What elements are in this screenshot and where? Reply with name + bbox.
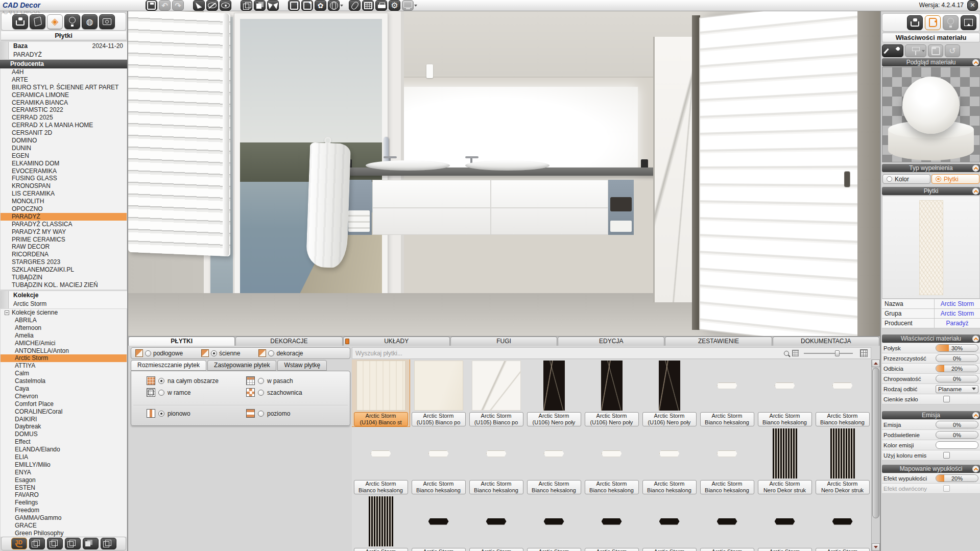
attachments-button[interactable] <box>349 0 361 11</box>
tile-type-radio[interactable]: ścienne <box>201 349 255 357</box>
list-item-manufacturer[interactable]: MONOLITH <box>1 198 127 205</box>
list-item-manufacturer[interactable]: STARGRES 2023 <box>1 258 127 266</box>
list-item-collection[interactable]: EMILLY/Milio <box>1 461 127 469</box>
fill-type-option[interactable]: Kolor <box>882 174 930 184</box>
list-item-collection[interactable]: FAVARO <box>1 491 127 499</box>
tile-item[interactable]: Arctic Storm <box>756 495 814 551</box>
rtab-objects[interactable] <box>907 15 923 30</box>
tile-item[interactable]: Arctic StormBianco heksalong <box>640 427 698 494</box>
view-cube-3-button[interactable] <box>65 538 81 549</box>
list-item-collection[interactable]: AMICHE/Amici <box>1 340 127 347</box>
tile-item[interactable]: Arctic Storm <box>698 495 756 551</box>
database-value-row[interactable]: PARADYŻ <box>9 51 127 59</box>
list-item-manufacturer[interactable]: LIS CERAMIKA <box>1 190 127 198</box>
wireframe-view-button[interactable] <box>241 0 252 11</box>
scroll-down-icon[interactable] <box>872 543 880 551</box>
list-item-collection[interactable]: Chevron <box>1 393 127 400</box>
view-cube-4-button[interactable] <box>83 538 99 549</box>
tab-decor[interactable] <box>82 14 98 29</box>
list-item-collection[interactable]: GRACE <box>1 522 127 530</box>
list-item-manufacturer[interactable]: PARADYŻ CLASSICA <box>1 221 127 228</box>
collapse-icon[interactable] <box>972 412 979 419</box>
tile-item[interactable]: Arctic StormBianco heksalong <box>756 360 814 426</box>
orientation-option[interactable]: poziomo <box>246 409 341 418</box>
reset-material-button[interactable] <box>945 44 960 57</box>
tile-item[interactable]: Arctic StormNero Dekor struk <box>756 427 814 494</box>
visualization-button[interactable] <box>267 0 279 11</box>
list-item-manufacturer[interactable]: ELKAMINO DOM <box>1 160 127 167</box>
tile-item[interactable]: Arctic StormBianco heksalong <box>467 427 525 494</box>
print-button[interactable] <box>375 0 387 11</box>
percent-field[interactable]: 20% <box>936 474 978 482</box>
list-item-manufacturer[interactable]: A4H <box>1 68 127 76</box>
tile-item[interactable]: Arctic Storm(U106) Nero poły <box>583 360 640 426</box>
tile-item[interactable]: Arctic Storm <box>467 495 525 551</box>
tile-item[interactable]: Arctic Storm <box>525 495 583 551</box>
tile-type-radio[interactable]: podłogowe <box>135 349 198 357</box>
list-item-manufacturer[interactable]: CERRAD X LA MANIA HOME <box>1 122 127 129</box>
view-cube-5-button[interactable] <box>101 538 116 549</box>
list-item-manufacturer[interactable]: CERSANIT 2D <box>1 129 127 137</box>
select-tool-button[interactable] <box>193 0 205 11</box>
tab-materials[interactable] <box>30 14 45 29</box>
list-item-manufacturer[interactable]: OPOCZNO <box>1 205 127 213</box>
tile-item[interactable]: Arctic StormBianco heksalong <box>583 427 640 494</box>
list-item-collection[interactable]: Esagon <box>1 476 127 484</box>
collapse-icon[interactable] <box>972 59 979 66</box>
checkbox[interactable] <box>943 485 950 492</box>
tile-item[interactable]: Arctic StormBianco heksalong <box>698 360 756 426</box>
tile-item[interactable]: Arctic Storm(U105) Bianco po <box>410 360 467 426</box>
save-as-button[interactable] <box>301 0 313 11</box>
rtab-scene[interactable] <box>961 15 976 30</box>
list-item-collection[interactable]: Freedom <box>1 507 127 514</box>
bottom-tab[interactable]: DEKORACJE <box>235 337 342 346</box>
list-item-manufacturer[interactable]: PARADYŻ MY WAY <box>1 228 127 236</box>
bottom-tab[interactable]: DOKUMENTACJA <box>773 337 879 346</box>
tile-item[interactable]: Arctic Storm <box>352 495 410 551</box>
bottom-tab[interactable]: PŁYTKI <box>128 337 235 346</box>
placement-option[interactable]: w ramce <box>147 388 241 397</box>
search-input[interactable] <box>352 350 781 357</box>
tile-item[interactable]: Arctic Storm(U105) Bianco po <box>467 360 525 426</box>
select-field[interactable]: Planarne <box>936 385 978 393</box>
valuation-button[interactable] <box>362 0 374 11</box>
collections-value-row[interactable]: Arctic Storm <box>9 300 127 308</box>
tile-item[interactable]: Arctic Storm <box>640 495 698 551</box>
collections-tree-root[interactable]: Kolekcje ścienne <box>1 309 127 317</box>
apply-material-button[interactable] <box>905 44 926 57</box>
list-item-collection[interactable]: ANTONELLA/Anton <box>1 347 127 355</box>
tab-lighting[interactable] <box>64 14 80 29</box>
placement-option[interactable]: na całym obszarze <box>147 376 241 385</box>
list-item-manufacturer[interactable]: RAW DECOR <box>1 243 127 251</box>
list-item-manufacturer[interactable]: CERAMICA LIMONE <box>1 91 127 99</box>
decorations-button[interactable] <box>315 0 326 11</box>
tile-item[interactable]: Arctic StormBianco heksalong <box>410 427 467 494</box>
tile-item[interactable]: Arctic Storm <box>410 495 467 551</box>
color-field[interactable] <box>936 441 978 449</box>
percent-field[interactable]: 30% <box>936 344 978 352</box>
tile-item[interactable]: Arctic StormBianco heksalong <box>352 427 410 494</box>
list-item-collection[interactable]: Caya <box>1 385 127 393</box>
export-project-button[interactable] <box>288 0 300 11</box>
show-objects-button[interactable] <box>220 0 231 11</box>
tab-furniture[interactable] <box>12 14 28 29</box>
rtab-light[interactable] <box>943 15 959 30</box>
bottom-tab[interactable]: UKŁADY <box>343 337 450 346</box>
info-value-link[interactable]: Arctic Storm <box>934 299 980 308</box>
tile-item[interactable]: Arctic StormBianco heksalong <box>814 360 871 426</box>
list-item-manufacturer[interactable]: FUSING GLASS <box>1 175 127 182</box>
list-item-collection[interactable]: Arctic Storm <box>1 354 127 362</box>
list-item-collection[interactable]: ELANDA/Elando <box>1 446 127 453</box>
bottom-tab[interactable]: FUGI <box>450 337 557 346</box>
list-item-manufacturer[interactable]: EGEN <box>1 152 127 160</box>
tile-item[interactable]: Arctic Storm(U106) Nero poły <box>640 360 698 426</box>
checkbox[interactable] <box>943 396 950 402</box>
tile-subtab[interactable]: Zastępowanie płytek <box>207 360 276 371</box>
percent-field[interactable]: 0% <box>936 375 978 382</box>
list-item-collection[interactable]: DOMUS <box>1 430 127 438</box>
save-material-button[interactable] <box>928 44 943 57</box>
slider-handle[interactable] <box>835 350 840 356</box>
list-item-manufacturer[interactable]: TUBĄDZIN KOL. MACIEJ ZIEŃ <box>1 281 127 289</box>
settings-button[interactable] <box>389 0 400 11</box>
grid-view-large-icon[interactable] <box>860 349 868 357</box>
